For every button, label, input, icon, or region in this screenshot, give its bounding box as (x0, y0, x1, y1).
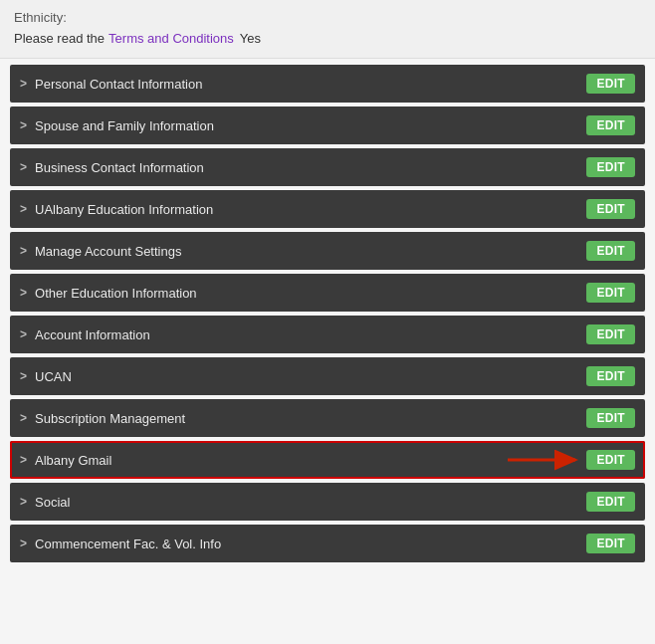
ethnicity-label: Ethnicity: (14, 10, 641, 25)
terms-yes: Yes (240, 31, 261, 46)
chevron-icon: > (20, 454, 27, 466)
list-item-personal-contact: > Personal Contact Information EDIT (10, 65, 645, 103)
item-label: Manage Account Settings (35, 244, 181, 259)
list-item-ualbany-education: > UAlbany Education Information EDIT (10, 190, 645, 228)
list-item-albany-gmail: > Albany Gmail EDIT (10, 441, 645, 479)
list-item-left: > Business Contact Information (20, 160, 204, 175)
top-section: Ethnicity: Please read the Terms and Con… (0, 0, 655, 59)
list-item-left: > Social (20, 495, 70, 510)
edit-button-other-education[interactable]: EDIT (586, 283, 635, 303)
list-item-left: > Account Information (20, 327, 150, 342)
edit-button-ualbany-education[interactable]: EDIT (586, 199, 635, 219)
edit-button-account-info[interactable]: EDIT (586, 324, 635, 344)
list-item-left: > UAlbany Education Information (20, 202, 213, 217)
edit-button-business-contact[interactable]: EDIT (586, 157, 635, 177)
item-label: Other Education Information (35, 286, 197, 301)
list-item-business-contact: > Business Contact Information EDIT (10, 148, 645, 186)
chevron-icon: > (20, 328, 27, 340)
item-label: Spouse and Family Information (35, 118, 214, 133)
terms-link[interactable]: Terms and Conditions (109, 31, 234, 46)
list-item-left: > Commencement Fac. & Vol. Info (20, 537, 221, 551)
chevron-icon: > (20, 119, 27, 131)
item-label: UCAN (35, 369, 72, 384)
edit-button-albany-gmail[interactable]: EDIT (586, 450, 635, 470)
item-label: UAlbany Education Information (35, 202, 213, 217)
chevron-icon: > (20, 245, 27, 257)
edit-button-commencement[interactable]: EDIT (586, 534, 635, 553)
terms-row: Please read the Terms and Conditions Yes (14, 31, 641, 46)
list-item-account-info: > Account Information EDIT (10, 316, 645, 353)
item-label: Business Contact Information (35, 160, 204, 175)
item-label: Commencement Fac. & Vol. Info (35, 537, 221, 551)
chevron-icon: > (20, 287, 27, 299)
chevron-icon: > (20, 496, 27, 508)
chevron-icon: > (20, 78, 27, 90)
edit-button-manage-account[interactable]: EDIT (586, 241, 635, 261)
item-label: Social (35, 495, 70, 510)
list-item-left: > Spouse and Family Information (20, 118, 214, 133)
list-item-subscription: > Subscription Management EDIT (10, 399, 645, 437)
arrow-indicator (508, 448, 587, 472)
edit-button-subscription[interactable]: EDIT (586, 408, 635, 428)
list-item-left: > Personal Contact Information (20, 77, 202, 92)
edit-button-personal-contact[interactable]: EDIT (586, 74, 635, 94)
list-item-left: > Other Education Information (20, 286, 197, 301)
list-item-manage-account: > Manage Account Settings EDIT (10, 232, 645, 270)
list-item-left: > Manage Account Settings (20, 244, 181, 259)
page-wrapper: Ethnicity: Please read the Terms and Con… (0, 0, 655, 644)
list-item-left: > UCAN (20, 369, 72, 384)
chevron-icon: > (20, 412, 27, 424)
list-item-ucan: > UCAN EDIT (10, 357, 645, 395)
chevron-icon: > (20, 370, 27, 382)
edit-button-spouse-family[interactable]: EDIT (586, 115, 635, 135)
item-label: Account Information (35, 327, 150, 342)
item-label: Personal Contact Information (35, 77, 202, 92)
chevron-icon: > (20, 537, 27, 549)
chevron-icon: > (20, 203, 27, 215)
list-item-commencement: > Commencement Fac. & Vol. Info EDIT (10, 525, 645, 562)
items-list: > Personal Contact Information EDIT > Sp… (0, 59, 655, 572)
edit-button-social[interactable]: EDIT (586, 492, 635, 512)
list-item-left: > Albany Gmail (20, 453, 111, 468)
list-item-spouse-family: > Spouse and Family Information EDIT (10, 107, 645, 144)
chevron-icon: > (20, 161, 27, 173)
list-item-left: > Subscription Management (20, 411, 185, 426)
list-item-other-education: > Other Education Information EDIT (10, 274, 645, 312)
item-label: Albany Gmail (35, 453, 111, 468)
list-item-social: > Social EDIT (10, 483, 645, 521)
edit-button-ucan[interactable]: EDIT (586, 366, 635, 386)
item-label: Subscription Management (35, 411, 185, 426)
terms-prefix: Please read the (14, 31, 105, 46)
